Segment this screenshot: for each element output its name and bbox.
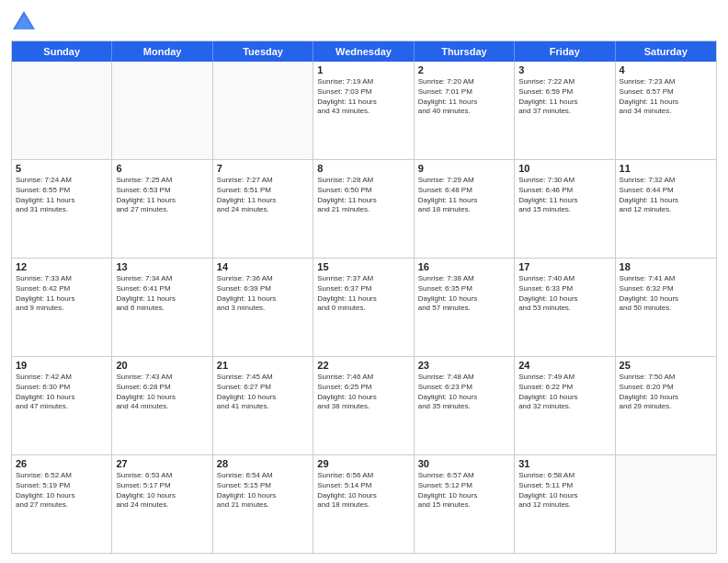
header-day-saturday: Saturday [616, 41, 716, 62]
day-number: 23 [418, 360, 510, 371]
day-number: 7 [217, 163, 309, 174]
day-cell-3: 3Sunrise: 7:22 AM Sunset: 6:59 PM Daylig… [515, 62, 615, 159]
day-number: 12 [16, 261, 108, 272]
day-cell-17: 17Sunrise: 7:40 AM Sunset: 6:33 PM Dayli… [515, 259, 615, 356]
day-info: Sunrise: 7:42 AM Sunset: 6:30 PM Dayligh… [16, 373, 108, 412]
day-cell-23: 23Sunrise: 7:48 AM Sunset: 6:23 PM Dayli… [415, 357, 515, 454]
day-cell-27: 27Sunrise: 6:53 AM Sunset: 5:17 PM Dayli… [112, 455, 212, 553]
day-number: 3 [518, 64, 610, 75]
day-cell-30: 30Sunrise: 6:57 AM Sunset: 5:12 PM Dayli… [415, 455, 515, 553]
day-info: Sunrise: 7:33 AM Sunset: 6:42 PM Dayligh… [16, 274, 108, 314]
day-cell-15: 15Sunrise: 7:37 AM Sunset: 6:37 PM Dayli… [313, 259, 414, 356]
day-number: 9 [418, 163, 510, 174]
day-info: Sunrise: 7:48 AM Sunset: 6:23 PM Dayligh… [418, 373, 510, 412]
page: SundayMondayTuesdayWednesdayThursdayFrid… [0, 0, 728, 563]
day-cell-21: 21Sunrise: 7:45 AM Sunset: 6:27 PM Dayli… [213, 357, 313, 454]
day-info: Sunrise: 6:56 AM Sunset: 5:14 PM Dayligh… [317, 471, 409, 511]
day-info: Sunrise: 6:58 AM Sunset: 5:11 PM Dayligh… [518, 471, 610, 511]
day-number: 20 [116, 360, 208, 371]
day-number: 4 [620, 64, 712, 75]
day-info: Sunrise: 6:57 AM Sunset: 5:12 PM Dayligh… [418, 471, 510, 511]
day-number: 22 [317, 360, 409, 371]
day-cell-10: 10Sunrise: 7:30 AM Sunset: 6:46 PM Dayli… [515, 160, 615, 258]
day-number: 16 [418, 261, 510, 272]
header-day-monday: Monday [112, 41, 212, 62]
day-number: 1 [317, 64, 409, 75]
day-cell-26: 26Sunrise: 6:52 AM Sunset: 5:19 PM Dayli… [12, 455, 112, 553]
day-cell-6: 6Sunrise: 7:25 AM Sunset: 6:53 PM Daylig… [112, 160, 212, 258]
calendar-body: 1Sunrise: 7:19 AM Sunset: 7:03 PM Daylig… [12, 62, 716, 553]
day-number: 24 [518, 360, 610, 371]
day-cell-8: 8Sunrise: 7:28 AM Sunset: 6:50 PM Daylig… [313, 160, 414, 258]
day-number: 5 [16, 163, 108, 174]
calendar: SundayMondayTuesdayWednesdayThursdayFrid… [11, 40, 717, 554]
day-info: Sunrise: 7:34 AM Sunset: 6:41 PM Dayligh… [116, 274, 208, 314]
day-number: 19 [16, 360, 108, 371]
day-info: Sunrise: 7:23 AM Sunset: 6:57 PM Dayligh… [620, 77, 712, 117]
day-number: 8 [317, 163, 409, 174]
day-number: 10 [518, 163, 610, 174]
header-day-friday: Friday [515, 41, 615, 62]
calendar-row-1: 5Sunrise: 7:24 AM Sunset: 6:55 PM Daylig… [12, 160, 716, 259]
day-info: Sunrise: 7:28 AM Sunset: 6:50 PM Dayligh… [317, 176, 409, 215]
header-day-tuesday: Tuesday [213, 41, 313, 62]
day-number: 29 [317, 458, 409, 469]
day-info: Sunrise: 7:40 AM Sunset: 6:33 PM Dayligh… [518, 274, 610, 314]
day-cell-24: 24Sunrise: 7:49 AM Sunset: 6:22 PM Dayli… [515, 357, 615, 454]
day-cell-25: 25Sunrise: 7:50 AM Sunset: 6:20 PM Dayli… [616, 357, 716, 454]
day-number: 25 [620, 360, 712, 371]
day-number: 30 [418, 458, 510, 469]
header-day-thursday: Thursday [415, 41, 515, 62]
header-day-wednesday: Wednesday [313, 41, 414, 62]
day-number: 27 [116, 458, 208, 469]
day-info: Sunrise: 7:43 AM Sunset: 6:28 PM Dayligh… [116, 373, 208, 412]
day-cell-7: 7Sunrise: 7:27 AM Sunset: 6:51 PM Daylig… [213, 160, 313, 258]
day-cell-4: 4Sunrise: 7:23 AM Sunset: 6:57 PM Daylig… [616, 62, 716, 159]
day-cell-5: 5Sunrise: 7:24 AM Sunset: 6:55 PM Daylig… [12, 160, 112, 258]
header [11, 9, 717, 35]
empty-cell [616, 455, 716, 553]
day-info: Sunrise: 6:54 AM Sunset: 5:15 PM Dayligh… [217, 471, 309, 511]
day-cell-29: 29Sunrise: 6:56 AM Sunset: 5:14 PM Dayli… [313, 455, 414, 553]
day-number: 28 [217, 458, 309, 469]
day-info: Sunrise: 7:37 AM Sunset: 6:37 PM Dayligh… [317, 274, 409, 314]
day-cell-22: 22Sunrise: 7:46 AM Sunset: 6:25 PM Dayli… [313, 357, 414, 454]
day-info: Sunrise: 7:45 AM Sunset: 6:27 PM Dayligh… [217, 373, 309, 412]
calendar-row-2: 12Sunrise: 7:33 AM Sunset: 6:42 PM Dayli… [12, 259, 716, 357]
day-cell-11: 11Sunrise: 7:32 AM Sunset: 6:44 PM Dayli… [616, 160, 716, 258]
day-info: Sunrise: 7:49 AM Sunset: 6:22 PM Dayligh… [518, 373, 610, 412]
header-day-sunday: Sunday [12, 41, 112, 62]
day-cell-18: 18Sunrise: 7:41 AM Sunset: 6:32 PM Dayli… [616, 259, 716, 356]
day-cell-13: 13Sunrise: 7:34 AM Sunset: 6:41 PM Dayli… [112, 259, 212, 356]
logo-icon [11, 9, 37, 35]
day-info: Sunrise: 7:46 AM Sunset: 6:25 PM Dayligh… [317, 373, 409, 412]
day-cell-16: 16Sunrise: 7:38 AM Sunset: 6:35 PM Dayli… [415, 259, 515, 356]
day-number: 26 [16, 458, 108, 469]
calendar-row-4: 26Sunrise: 6:52 AM Sunset: 5:19 PM Dayli… [12, 455, 716, 553]
empty-cell [112, 62, 212, 159]
day-number: 18 [620, 261, 712, 272]
day-number: 2 [418, 64, 510, 75]
day-number: 14 [217, 261, 309, 272]
day-info: Sunrise: 7:38 AM Sunset: 6:35 PM Dayligh… [418, 274, 510, 314]
day-cell-19: 19Sunrise: 7:42 AM Sunset: 6:30 PM Dayli… [12, 357, 112, 454]
day-info: Sunrise: 7:27 AM Sunset: 6:51 PM Dayligh… [217, 176, 309, 215]
day-cell-9: 9Sunrise: 7:29 AM Sunset: 6:48 PM Daylig… [415, 160, 515, 258]
day-info: Sunrise: 6:53 AM Sunset: 5:17 PM Dayligh… [116, 471, 208, 511]
day-info: Sunrise: 7:25 AM Sunset: 6:53 PM Dayligh… [116, 176, 208, 215]
day-number: 6 [116, 163, 208, 174]
calendar-header: SundayMondayTuesdayWednesdayThursdayFrid… [12, 41, 716, 62]
day-info: Sunrise: 7:41 AM Sunset: 6:32 PM Dayligh… [620, 274, 712, 314]
day-number: 13 [116, 261, 208, 272]
empty-cell [213, 62, 313, 159]
day-info: Sunrise: 6:52 AM Sunset: 5:19 PM Dayligh… [16, 471, 108, 511]
day-cell-28: 28Sunrise: 6:54 AM Sunset: 5:15 PM Dayli… [213, 455, 313, 553]
day-info: Sunrise: 7:36 AM Sunset: 6:39 PM Dayligh… [217, 274, 309, 314]
day-number: 11 [620, 163, 712, 174]
day-cell-31: 31Sunrise: 6:58 AM Sunset: 5:11 PM Dayli… [515, 455, 615, 553]
day-info: Sunrise: 7:19 AM Sunset: 7:03 PM Dayligh… [317, 77, 409, 117]
day-cell-2: 2Sunrise: 7:20 AM Sunset: 7:01 PM Daylig… [415, 62, 515, 159]
day-info: Sunrise: 7:50 AM Sunset: 6:20 PM Dayligh… [620, 373, 712, 412]
day-number: 15 [317, 261, 409, 272]
day-number: 17 [518, 261, 610, 272]
